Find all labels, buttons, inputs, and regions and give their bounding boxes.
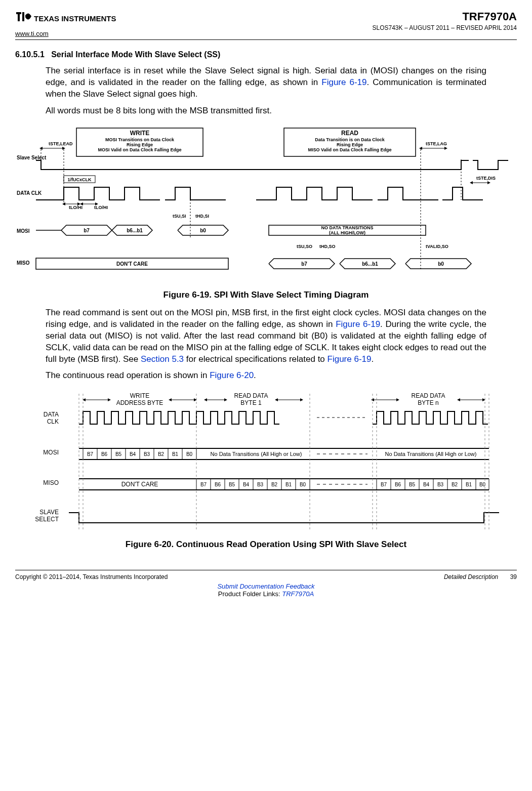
link-fig619-3[interactable]: Figure 6-19 <box>328 354 372 364</box>
svg-text:b7: b7 <box>301 261 307 267</box>
svg-text:B6: B6 <box>394 482 401 487</box>
svg-text:WRITE: WRITE <box>130 130 149 137</box>
svg-text:MOSI Valid on Data Clock Falli: MOSI Valid on Data Clock Falling Edge <box>98 147 181 152</box>
svg-text:b6...b1: b6...b1 <box>127 228 143 233</box>
svg-text:B5: B5 <box>228 482 235 487</box>
svg-text:B6: B6 <box>101 451 107 457</box>
svg-text:B1: B1 <box>172 451 178 457</box>
ti-logo-icon <box>15 10 32 27</box>
link-section53[interactable]: Section 5.3 <box>141 354 184 364</box>
svg-text:(ALL HIGH/LOW): (ALL HIGH/LOW) <box>329 230 365 235</box>
doc-id: SLOS743K – AUGUST 2011 – REVISED APRIL 2… <box>373 24 517 31</box>
svg-text:BYTE 1: BYTE 1 <box>240 399 262 406</box>
svg-text:MISO: MISO <box>43 479 59 486</box>
feedback-link[interactable]: Submit Documentation Feedback <box>217 582 314 590</box>
svg-text:Data Transition is on Data Clo: Data Transition is on Data Clock <box>315 137 385 142</box>
svg-text:B3: B3 <box>257 482 263 487</box>
svg-text:tSU,SI: tSU,SI <box>173 214 186 219</box>
svg-text:MOSI: MOSI <box>17 228 30 234</box>
svg-text:B5: B5 <box>408 482 415 487</box>
svg-text:SLAVE: SLAVE <box>39 509 59 516</box>
svg-text:B3: B3 <box>437 482 443 487</box>
svg-text:B5: B5 <box>115 451 121 457</box>
site-url[interactable]: www.ti.com <box>15 30 116 37</box>
svg-text:DON'T CARE: DON'T CARE <box>121 481 158 488</box>
svg-text:No Data Transitions (All High : No Data Transitions (All High or Low) <box>210 451 302 457</box>
svg-text:B2: B2 <box>271 482 277 487</box>
paragraph-4: The continuous read operation is shown i… <box>46 370 486 382</box>
figure-6-20: WRITE ADDRESS BYTE READ DATA BYTE 1 READ… <box>15 389 517 535</box>
svg-text:B7: B7 <box>380 482 387 487</box>
folder-prefix: Product Folder Links: <box>218 590 282 598</box>
svg-text:tHD,SO: tHD,SO <box>319 244 336 249</box>
company-name: TEXAS INSTRUMENTS <box>34 15 116 22</box>
svg-text:tVALID,SO: tVALID,SO <box>426 244 448 249</box>
figure-6-19: WRITE MOSI Transitions on Data Clock Ris… <box>15 124 517 286</box>
section-title: Serial Interface Mode With Slave Select … <box>51 50 220 59</box>
svg-text:READ: READ <box>341 130 358 137</box>
page-footer: Copyright © 2011–2014, Texas Instruments… <box>15 570 517 598</box>
svg-text:tSU,SO: tSU,SO <box>297 244 312 249</box>
link-fig620[interactable]: Figure 6-20 <box>210 370 254 380</box>
section-number: 6.10.5.1 <box>15 50 45 59</box>
svg-text:MOSI: MOSI <box>43 449 59 456</box>
link-fig619-2[interactable]: Figure 6-19 <box>336 319 380 329</box>
paragraph-2: All words must be 8 bits long with the M… <box>46 105 486 117</box>
svg-text:B6: B6 <box>214 482 221 487</box>
svg-text:MISO Valid on Data Clock Falli: MISO Valid on Data Clock Falling Edge <box>308 147 391 152</box>
svg-text:tSTE,DIS: tSTE,DIS <box>476 176 496 181</box>
svg-text:MOSI Transitions on Data Clock: MOSI Transitions on Data Clock <box>105 137 174 142</box>
svg-text:Rising Edge: Rising Edge <box>336 142 362 147</box>
svg-text:READ DATA: READ DATA <box>411 392 445 399</box>
svg-text:NO DATA TRANSITIONS: NO DATA TRANSITIONS <box>321 225 373 230</box>
svg-text:tLO/HI: tLO/HI <box>69 205 83 210</box>
svg-text:Slave Select: Slave Select <box>17 155 47 160</box>
svg-text:B1: B1 <box>285 482 292 487</box>
section-heading: 6.10.5.1 Serial Interface Mode With Slav… <box>15 50 517 59</box>
ti-logo: TEXAS INSTRUMENTS <box>15 10 116 27</box>
svg-text:B3: B3 <box>143 451 150 457</box>
svg-text:B2: B2 <box>157 451 164 457</box>
link-fig619[interactable]: Figure 6-19 <box>321 77 366 87</box>
svg-text:1/fUCxCLK: 1/fUCxCLK <box>67 177 92 182</box>
svg-text:b6...b1: b6...b1 <box>362 261 378 267</box>
svg-text:DATA: DATA <box>43 411 58 418</box>
svg-text:B4: B4 <box>242 482 249 487</box>
svg-text:ADDRESS BYTE: ADDRESS BYTE <box>116 399 163 406</box>
svg-text:READ DATA: READ DATA <box>234 392 268 399</box>
svg-text:No Data Transitions (All High : No Data Transitions (All High or Low) <box>385 451 476 457</box>
svg-text:tHD,SI: tHD,SI <box>195 214 209 219</box>
svg-text:b0: b0 <box>438 261 444 267</box>
svg-text:Rising Edge: Rising Edge <box>126 142 152 147</box>
copyright: Copyright © 2011–2014, Texas Instruments… <box>15 573 168 580</box>
part-number: TRF7970A <box>373 10 517 23</box>
folder-link[interactable]: TRF7970A <box>282 590 314 598</box>
svg-text:MISO: MISO <box>17 260 30 266</box>
svg-text:tSTE,LAG: tSTE,LAG <box>426 141 447 146</box>
svg-text:B4: B4 <box>423 482 429 487</box>
svg-text:CLK: CLK <box>47 418 58 425</box>
svg-text:SELECT: SELECT <box>35 516 59 523</box>
paragraph-3: The read command is sent out on the MOSI… <box>46 307 486 365</box>
svg-text:B0: B0 <box>186 451 192 457</box>
fig619-caption: Figure 6-19. SPI With Slave Select Timin… <box>15 290 517 300</box>
svg-text:B1: B1 <box>465 482 472 487</box>
footer-section: Detailed Description <box>444 573 498 580</box>
svg-text:B4: B4 <box>129 451 136 457</box>
svg-text:b7: b7 <box>84 228 90 233</box>
svg-text:BYTE n: BYTE n <box>418 399 438 406</box>
svg-text:WRITE: WRITE <box>130 392 149 399</box>
svg-text:B2: B2 <box>451 482 458 487</box>
svg-text:DATA CLK: DATA CLK <box>17 190 42 196</box>
svg-text:DON'T CARE: DON'T CARE <box>116 261 148 267</box>
paragraph-1: The serial interface is in reset while t… <box>46 65 486 100</box>
svg-text:b0: b0 <box>200 228 206 233</box>
svg-text:B7: B7 <box>200 482 207 487</box>
svg-text:tLO/HI: tLO/HI <box>94 205 108 210</box>
svg-text:B7: B7 <box>87 451 93 457</box>
svg-text:B0: B0 <box>299 482 306 487</box>
fig620-caption: Figure 6-20. Continuous Read Operation U… <box>15 539 517 550</box>
svg-text:tSTE,LEAD: tSTE,LEAD <box>49 141 73 146</box>
page-header: TEXAS INSTRUMENTS www.ti.com TRF7970A SL… <box>15 10 517 40</box>
page-number: 39 <box>510 573 517 580</box>
